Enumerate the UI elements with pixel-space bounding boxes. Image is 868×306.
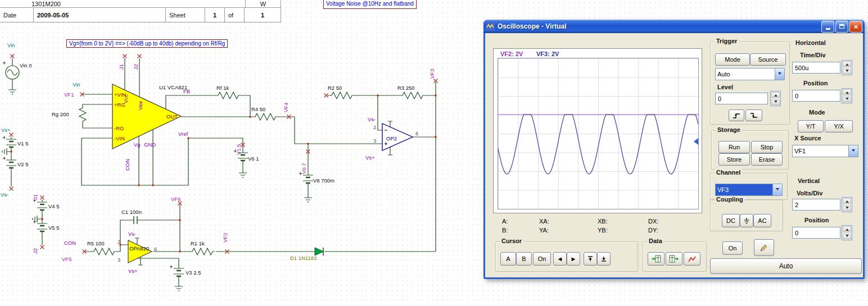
time-div-field[interactable]: 500u (792, 62, 840, 74)
battery-v1 (6, 139, 16, 147)
h-position-spinner[interactable] (842, 88, 852, 103)
trigger-falling-edge-button[interactable] (745, 109, 762, 121)
cursor-on-button[interactable]: On (533, 252, 551, 266)
channel-value: VF3 (716, 184, 772, 195)
scope-plot[interactable] (498, 58, 699, 209)
coupling-ac-button[interactable]: AC (753, 214, 771, 227)
coupling-group-label: Coupling (715, 196, 745, 203)
trigger-source-button[interactable]: Source (750, 53, 786, 66)
trigger-level-spinner[interactable] (770, 91, 781, 106)
mode-yt-button[interactable]: Y/T (798, 120, 824, 133)
label-v2: V2 5 (17, 161, 29, 167)
h-position-label: Position (803, 80, 828, 86)
title-bar[interactable]: Oscilloscope - Virtual × (483, 20, 865, 33)
cursor-b-button[interactable]: B (516, 252, 532, 266)
capacitor-c1[interactable] (134, 216, 137, 224)
battery-v3 (174, 268, 184, 276)
cursor-a-button[interactable]: A (500, 252, 516, 266)
storage-group-label: Storage (716, 126, 742, 133)
sheet-number: 1 (205, 8, 225, 22)
trigger-rising-edge-button[interactable] (729, 109, 744, 121)
spinner-up[interactable] (843, 226, 851, 232)
volts-div-field[interactable]: 2 (792, 199, 840, 211)
readout-dx: DX: (648, 218, 658, 225)
cursor-bottom-button[interactable] (597, 252, 611, 266)
label-vin-net: Vin (73, 81, 80, 88)
data-group-label: Data (647, 238, 664, 244)
data-export-button[interactable] (666, 252, 682, 266)
cursor-group-label: Cursor (500, 238, 523, 244)
time-div-spinner[interactable] (842, 60, 852, 75)
trigger-mode-select[interactable]: Auto (715, 68, 785, 80)
storage-store-button[interactable]: Store (718, 153, 750, 166)
label-rg: Rg 200 (52, 111, 69, 117)
trigger-level-field[interactable]: 0 (715, 93, 768, 104)
trigger-group: Trigger Mode Source Auto Level 0 (710, 42, 790, 125)
data-curve-button[interactable] (684, 252, 700, 266)
spinner-down[interactable] (771, 99, 780, 106)
channel-on-button[interactable]: On (722, 241, 743, 255)
label-u2: OPA820 (129, 245, 149, 252)
battery-v5 (37, 223, 47, 231)
v-position-field[interactable]: 0 (792, 227, 840, 239)
spinner-up[interactable] (843, 61, 851, 67)
export-table-icon (669, 255, 679, 263)
storage-run-button[interactable]: Run (718, 141, 750, 153)
title-block-rev: W (246, 0, 281, 8)
spinner-down[interactable] (843, 97, 851, 103)
data-import-button[interactable] (648, 252, 664, 266)
trace-label-vf3: VF3: 2V (536, 51, 559, 57)
falling-edge-icon (749, 112, 758, 119)
spinner-up[interactable] (843, 89, 851, 95)
vin-source[interactable] (6, 66, 19, 79)
label-j1-top: J1 (118, 64, 124, 70)
storage-erase-button[interactable]: Erase (751, 153, 783, 166)
x-source-value: VF1 (793, 145, 848, 157)
pin-vin-n: -VIN (114, 135, 125, 141)
label-r4: R4 50 (251, 106, 265, 112)
spinner-down[interactable] (843, 205, 851, 212)
spinner-down[interactable] (843, 68, 851, 75)
cursor-left-button[interactable]: ◄ (553, 252, 567, 266)
diode-d1[interactable] (315, 248, 323, 255)
oscilloscope-window[interactable]: Oscilloscope - Virtual × VF2: 2V VF3: 2V… (483, 20, 865, 279)
note-gain[interactable]: Vg={from 0 to 2V} ==> (-60dB up to 40db)… (66, 39, 228, 48)
spinner-down[interactable] (843, 234, 851, 240)
trigger-mode-value: Auto (716, 68, 775, 80)
close-button[interactable]: × (849, 21, 862, 33)
label-j1: J1 (32, 194, 38, 200)
spinner-up[interactable] (771, 92, 780, 98)
label-r2: R2 50 (328, 85, 342, 91)
trace-color-button[interactable] (754, 239, 774, 256)
channel-select[interactable]: VF3 (715, 184, 783, 196)
label-op2-vsm: Vs- (368, 116, 376, 122)
trigger-mode-button[interactable]: Mode (715, 53, 750, 66)
minimize-button[interactable] (821, 21, 834, 33)
channel-arrow[interactable] (772, 184, 782, 195)
label-op2-vsp: Vs+ (365, 154, 375, 161)
mode-yx-button[interactable]: Y/X (825, 120, 853, 133)
h-position-field[interactable]: 0 (792, 90, 840, 102)
label-r3: R3 250 (397, 85, 415, 91)
cursor-right-button[interactable]: ► (567, 252, 580, 266)
coupling-gnd-button[interactable] (740, 214, 753, 227)
date-label: Date (0, 8, 34, 22)
volts-div-spinner[interactable] (842, 197, 852, 212)
label-vg: Vg (134, 141, 141, 148)
u2-opa820[interactable] (128, 240, 152, 263)
coupling-dc-button[interactable]: DC (722, 214, 740, 227)
auto-button[interactable]: Auto (710, 258, 862, 274)
maximize-button[interactable] (835, 21, 848, 33)
trigger-position-marker[interactable] (690, 138, 698, 145)
label-v15: V1.5 (236, 144, 242, 155)
label-con1: CON (64, 240, 76, 246)
v-position-spinner[interactable] (842, 225, 852, 240)
x-source-select[interactable]: VF1 (792, 145, 858, 157)
x-source-arrow[interactable] (848, 145, 858, 157)
spinner-up[interactable] (843, 198, 851, 204)
cursor-top-button[interactable] (584, 252, 597, 266)
trigger-mode-arrow[interactable] (775, 68, 784, 80)
storage-stop-button[interactable]: Stop (751, 141, 783, 153)
note-voltage-noise[interactable]: Voltage Noise @10Hz and flatband (323, 0, 417, 9)
label-v3: V3 2.5 (186, 270, 201, 276)
